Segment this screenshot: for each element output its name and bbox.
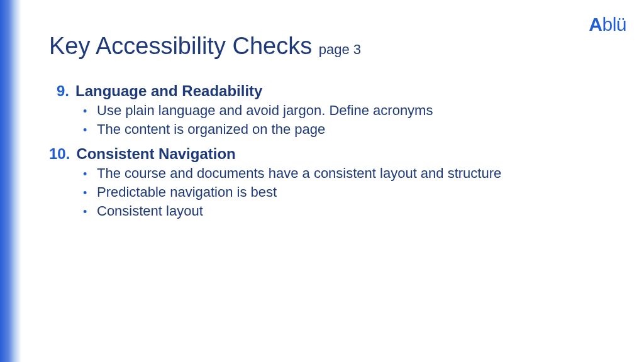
page-title: Key Accessibility Checks page 3 — [49, 33, 619, 60]
sub-item: • The course and documents have a consis… — [83, 165, 619, 182]
list-item: 10. Consistent Navigation • The course a… — [49, 145, 619, 219]
bullet-icon: • — [83, 124, 97, 137]
sub-list: • Use plain language and avoid jargon. D… — [83, 102, 619, 138]
sub-list: • The course and documents have a consis… — [83, 165, 619, 219]
sub-text: The content is organized on the page — [97, 121, 325, 138]
sub-text: Consistent layout — [97, 203, 203, 219]
item-title: Language and Readability — [75, 82, 262, 100]
sub-item: • Consistent layout — [83, 203, 619, 219]
slide-content: Key Accessibility Checks page 3 9. Langu… — [49, 33, 619, 227]
sub-text: The course and documents have a consiste… — [97, 165, 501, 182]
list-item: 9. Language and Readability • Use plain … — [49, 82, 619, 138]
sub-item: • The content is organized on the page — [83, 121, 619, 138]
bullet-icon: • — [83, 168, 97, 181]
item-number: 10. — [49, 145, 76, 163]
logo: Ablü — [589, 14, 626, 35]
sub-text: Use plain language and avoid jargon. Def… — [97, 102, 433, 119]
item-title: Consistent Navigation — [76, 145, 235, 163]
checks-list: 9. Language and Readability • Use plain … — [49, 82, 619, 219]
left-gradient-decoration — [0, 0, 21, 362]
sub-item: • Predictable navigation is best — [83, 184, 619, 200]
bullet-icon: • — [83, 206, 97, 219]
item-number: 9. — [49, 82, 75, 100]
bullet-icon: • — [83, 105, 97, 118]
bullet-icon: • — [83, 187, 97, 200]
sub-text: Predictable navigation is best — [97, 184, 277, 200]
sub-item: • Use plain language and avoid jargon. D… — [83, 102, 619, 119]
title-sub: page 3 — [319, 41, 361, 57]
title-main: Key Accessibility Checks — [49, 33, 312, 59]
